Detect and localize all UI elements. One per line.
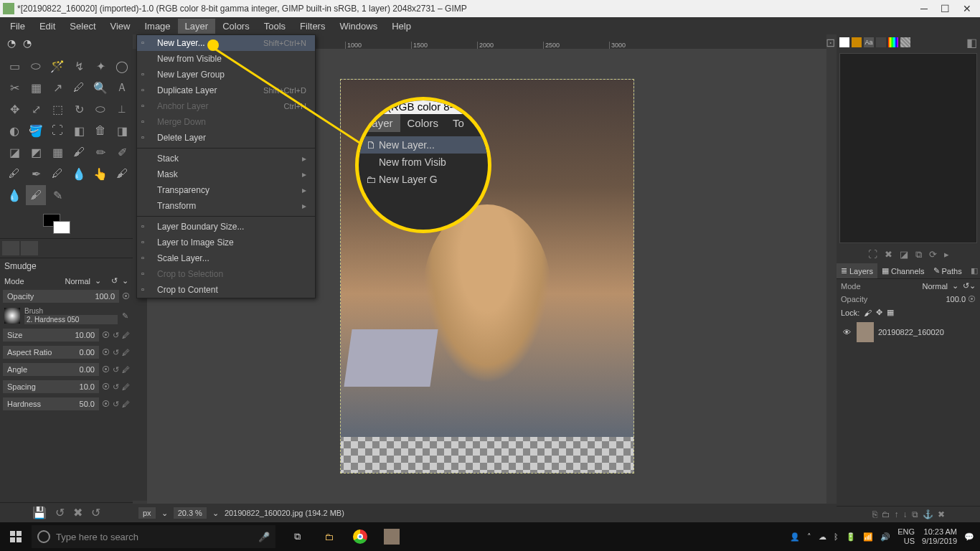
refresh-icon[interactable]: ⟳ [929,249,937,260]
tool-18[interactable]: ◐ [4,121,24,141]
tool-5[interactable]: ◯ [112,56,132,76]
menu-tools[interactable]: Tools [257,19,293,34]
menu-item-transparency[interactable]: Transparency▸ [137,182,315,198]
lock-alpha-icon[interactable]: ▦ [887,308,894,317]
tool-11[interactable]: Ａ [112,77,132,98]
tool-7[interactable]: ▦ [26,77,46,98]
tool-30[interactable]: 🖋 [4,164,24,184]
device-status-tab[interactable] [21,241,38,255]
panel-menu-icon[interactable]: ◧ [966,36,977,50]
tool-23[interactable]: ◨ [112,121,132,141]
menu-image[interactable]: Image [137,19,177,34]
reset-icon[interactable]: ↺ [113,331,119,340]
lock-pixels-icon[interactable]: 🖌 [864,309,872,317]
minimize-button[interactable]: ─ [920,3,928,14]
brush-preview-icon[interactable] [4,308,20,324]
tool-28[interactable]: ✏ [90,142,110,162]
tool-14[interactable]: ⬚ [47,99,67,119]
pattern-icon[interactable] [900,37,910,47]
duplicate-icon[interactable]: ⧉ [915,249,922,260]
onedrive-icon[interactable]: ☁ [819,532,826,542]
tool-27[interactable]: 🖌 [69,142,89,162]
swatch-white[interactable] [839,37,849,47]
mode-value[interactable]: Normal [65,277,90,286]
layer-name[interactable]: 20190822_160020 [878,328,944,336]
spinner-icon[interactable]: ⦿ [122,292,130,301]
duplicate-layer-icon[interactable]: ⧉ [912,509,918,519]
menu-item-delete-layer[interactable]: ▫Delete Layer [137,130,315,146]
tool-2[interactable]: 🪄 [47,56,67,76]
menu-view[interactable]: View [103,19,138,34]
hardness-slider[interactable]: Hardness50.0 [3,397,99,410]
fit-icon[interactable]: ⛶ [868,249,877,260]
visibility-icon[interactable]: 👁 [841,328,852,336]
history-icon[interactable] [876,37,886,47]
clock[interactable]: 10:23 AM9/19/2019 [922,527,957,546]
menu-file[interactable]: File [3,19,32,34]
tool-19[interactable]: 🪣 [26,121,46,141]
tool-38[interactable]: ✎ [47,185,67,205]
tool-13[interactable]: ⤢ [26,99,46,119]
language-indicator[interactable]: ENGUS [897,527,915,546]
tool-8[interactable]: ↗ [47,77,67,98]
reset-icon[interactable]: ↺ [963,281,969,291]
search-box[interactable]: Type here to search 🎤 [32,525,275,548]
tool-4[interactable]: ✦ [90,56,110,76]
gimp-taskbar-icon[interactable] [376,522,407,551]
tool-34[interactable]: 👆 [90,164,110,184]
chevron-down-icon[interactable]: ⌄ [969,281,976,291]
menu-item-new-layer-group[interactable]: ▫New Layer Group [137,67,315,83]
swatch-orange[interactable] [852,37,862,47]
tab-paths[interactable]: ✎Paths [929,263,966,278]
layer-mode-value[interactable]: Normal [923,282,948,291]
tool-0[interactable]: ▭ [4,56,24,76]
close-button[interactable]: ✕ [963,3,971,14]
spacing-slider[interactable]: Spacing10.0 [3,380,99,393]
menu-help[interactable]: Help [385,19,418,34]
nav-icon[interactable]: ⊡ [826,36,835,50]
tool-17[interactable]: ⟂ [112,99,132,119]
delete-preset-icon[interactable]: ✖ [73,506,83,519]
zoom-level[interactable]: 20.3 % [174,507,207,519]
chrome-icon[interactable] [344,522,376,551]
menu-edit[interactable]: Edit [32,19,62,34]
tool-24[interactable]: ◪ [4,142,24,162]
opacity-slider[interactable]: Opacity 100.0 [3,290,119,303]
tool-6[interactable]: ✂ [4,77,24,98]
start-button[interactable] [0,522,32,551]
save-preset-icon[interactable]: 💾 [32,506,47,519]
angle-slider[interactable]: Angle0.00 [3,363,99,376]
menu-filters[interactable]: Filters [293,19,332,34]
tool-33[interactable]: 💧 [69,164,89,184]
menu-item-layer-boundary-size-[interactable]: ▫Layer Boundary Size... [137,219,315,235]
reset-icon[interactable]: ↺ [91,506,100,519]
tool-20[interactable]: ⛶ [47,121,67,141]
link-icon[interactable]: 🖉 [122,382,130,391]
chevron-down-icon[interactable]: ⌄ [122,276,128,286]
reset-icon[interactable]: ↺ [113,365,119,375]
restore-icon[interactable]: ↺ [55,506,65,519]
size-slider[interactable]: Size10.00 [3,329,99,342]
edit-icon[interactable]: ◪ [900,249,908,260]
menu-item-layer-to-image-size[interactable]: ▫Layer to Image Size [137,235,315,250]
tool-25[interactable]: ◩ [26,142,46,162]
tool-3[interactable]: ↯ [69,56,89,76]
panel-menu-icon[interactable]: ◧ [966,263,980,278]
close-icon[interactable]: ✖ [885,249,892,260]
tab-layers[interactable]: ≣Layers [837,263,877,278]
maximize-button[interactable]: ☐ [941,3,950,14]
brush-name[interactable]: 2. Hardness 050 [24,315,118,324]
more-icon[interactable]: ▸ [944,249,949,260]
tool-32[interactable]: 🖊 [47,164,67,184]
task-view-icon[interactable]: ⧉ [281,522,313,551]
tab-channels[interactable]: ▦Channels [877,263,928,278]
new-layer-icon[interactable]: ⎘ [872,509,877,519]
reset-icon[interactable]: ↺ [113,382,119,392]
notifications-icon[interactable]: 💬 [964,532,974,542]
tool-26[interactable]: ▦ [47,142,67,162]
reset-icon[interactable]: ↺ [111,276,118,286]
tool-21[interactable]: ◧ [69,121,89,141]
chevron-down-icon[interactable]: ⌄ [95,276,101,286]
new-group-icon[interactable]: 🗀 [882,509,890,519]
tool-9[interactable]: 🖊 [69,77,89,98]
